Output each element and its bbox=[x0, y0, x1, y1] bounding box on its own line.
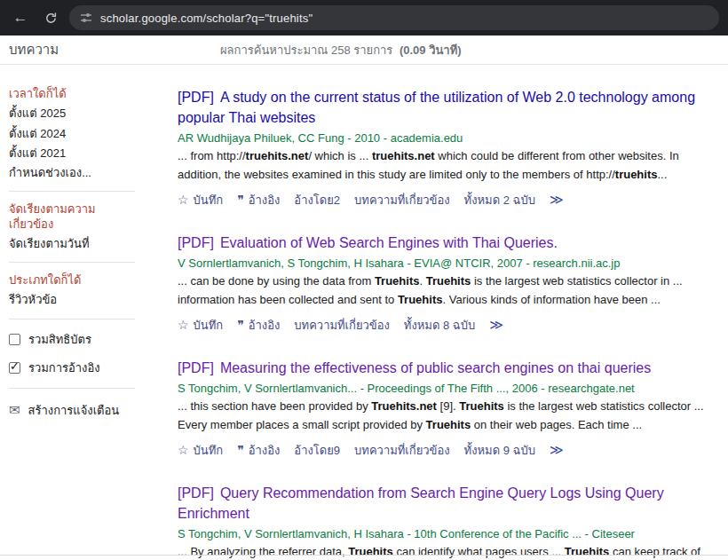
result-authors[interactable]: AR Wudhijaya Philuek, CC Fung - 2010 - a… bbox=[178, 131, 708, 145]
result-authors[interactable]: S Tongchim, V Sornlertlamvanich... - Pro… bbox=[178, 382, 708, 395]
save-label: บันทึก bbox=[194, 316, 224, 335]
page-bottom-divider bbox=[0, 555, 728, 556]
results-time-text: (0.09 วินาที) bbox=[400, 43, 462, 57]
url-text: scholar.google.com/scholar?q="truehits" bbox=[100, 12, 313, 25]
address-bar[interactable]: scholar.google.com/scholar?q="truehits" bbox=[69, 5, 719, 30]
all-versions-label: ทั้งหมด 9 ฉบับ bbox=[464, 441, 535, 460]
result-title-link[interactable]: Query Recommendation from Search Engine … bbox=[178, 485, 664, 521]
related-articles-label: บทความที่เกี่ยวข้อง bbox=[294, 316, 390, 335]
result-actions: ☆บันทึก❞อ้างอิงอ้างโดย2บทความที่เกี่ยวข้… bbox=[178, 191, 708, 209]
browser-toolbar: ← scholar.google.com/scholar?q="truehits… bbox=[0, 0, 728, 35]
result-title-link[interactable]: A study on the current status of the uti… bbox=[178, 90, 695, 125]
cite-label: อ้างอิง bbox=[249, 191, 281, 209]
filter-any-type[interactable]: ประเภทใดก็ได้ bbox=[9, 273, 133, 288]
search-result: [PDF]Evaluation of Web Search Engines wi… bbox=[178, 233, 708, 335]
result-title-link[interactable]: Evaluation of Web Search Engines with Th… bbox=[220, 235, 558, 250]
all-versions-label: ทั้งหมด 2 ฉบับ bbox=[464, 191, 535, 209]
include-citations-label: รวมการอ้างอิง bbox=[28, 359, 100, 377]
include-citations-row[interactable]: รวมการอ้างอิง bbox=[9, 359, 170, 377]
all-versions-label: ทั้งหมด 8 ฉบับ bbox=[404, 316, 475, 335]
save-link[interactable]: ☆บันทึก bbox=[178, 191, 223, 209]
quote-icon: ❞ bbox=[237, 443, 244, 457]
all-versions-link[interactable]: ทั้งหมด 2 ฉบับ bbox=[464, 191, 535, 209]
cite-link[interactable]: ❞อ้างอิง bbox=[237, 316, 280, 335]
result-snippet: ... this section have been provided by T… bbox=[178, 398, 708, 435]
more-versions-icon[interactable]: ≫ bbox=[489, 317, 503, 333]
results-list: [PDF]A study on the current status of th… bbox=[170, 65, 719, 560]
sidebar-divider bbox=[9, 191, 135, 192]
sidebar-divider bbox=[9, 262, 135, 263]
quote-icon: ❞ bbox=[237, 318, 244, 332]
result-title-line: [PDF]Evaluation of Web Search Engines wi… bbox=[178, 233, 708, 253]
sort-by-date[interactable]: จัดเรียงตามวันที่ bbox=[9, 237, 133, 251]
result-title-line: [PDF]A study on the current status of th… bbox=[178, 87, 708, 128]
cited-by-link[interactable]: อ้างโดย9 bbox=[294, 441, 340, 460]
create-alert-button[interactable]: ✉ สร้างการแจ้งเตือน bbox=[9, 401, 170, 420]
result-title-line: [PDF]Query Recommendation from Search En… bbox=[178, 483, 708, 524]
related-articles-link[interactable]: บทความที่เกี่ยวข้อง bbox=[294, 316, 390, 335]
create-alert-label: สร้างการแจ้งเตือน bbox=[28, 401, 120, 420]
sidebar-divider bbox=[9, 388, 135, 389]
include-patents-row[interactable]: รวมสิทธิบัตร bbox=[9, 330, 170, 349]
filter-since-2021[interactable]: ตั้งแต่ 2021 bbox=[9, 146, 133, 161]
results-count-text: ผลการค้นหาประมาณ 258 รายการ bbox=[220, 43, 392, 57]
filters-sidebar: เวลาใดก็ได้ ตั้งแต่ 2025 ตั้งแต่ 2024 ตั… bbox=[0, 65, 170, 420]
all-versions-link[interactable]: ทั้งหมด 9 ฉบับ bbox=[464, 441, 535, 460]
filter-anytime[interactable]: เวลาใดก็ได้ bbox=[9, 87, 133, 101]
site-settings-icon[interactable] bbox=[80, 12, 92, 24]
save-link[interactable]: ☆บันทึก bbox=[178, 441, 223, 460]
more-versions-icon[interactable]: ≫ bbox=[550, 192, 564, 208]
cite-label: อ้างอิง bbox=[249, 441, 281, 460]
refresh-icon[interactable] bbox=[39, 6, 62, 29]
result-actions: ☆บันทึก❞อ้างอิงอ้างโดย9บทความที่เกี่ยวข้… bbox=[178, 441, 708, 460]
pdf-tag[interactable]: [PDF] bbox=[178, 90, 214, 105]
pdf-tag[interactable]: [PDF] bbox=[178, 235, 214, 250]
star-icon: ☆ bbox=[178, 443, 189, 457]
search-result: [PDF]Measuring the effectiveness of publ… bbox=[178, 358, 708, 460]
save-label: บันทึก bbox=[194, 441, 224, 460]
quote-icon: ❞ bbox=[237, 193, 244, 207]
back-icon[interactable]: ← bbox=[9, 6, 32, 29]
more-versions-icon[interactable]: ≫ bbox=[550, 442, 564, 458]
filter-custom-range[interactable]: กำหนดช่วงเอง... bbox=[9, 166, 133, 180]
cite-label: อ้างอิง bbox=[249, 316, 281, 335]
result-snippet: ... from http://truehits.net/ which is .… bbox=[178, 147, 708, 185]
cite-link[interactable]: ❞อ้างอิง bbox=[237, 191, 280, 209]
save-label: บันทึก bbox=[194, 191, 224, 209]
result-title-link[interactable]: Measuring the effectiveness of public se… bbox=[220, 360, 651, 375]
result-authors[interactable]: S Tongchim, V Sornlertlamvanich, H Isaha… bbox=[178, 527, 708, 540]
filter-since-2025[interactable]: ตั้งแต่ 2025 bbox=[9, 106, 133, 121]
all-versions-link[interactable]: ทั้งหมด 8 ฉบับ bbox=[404, 316, 475, 335]
envelope-icon: ✉ bbox=[9, 402, 20, 418]
refresh-icon-glyph bbox=[44, 12, 58, 25]
result-title-line: [PDF]Measuring the effectiveness of publ… bbox=[178, 358, 708, 378]
result-authors[interactable]: V Sornlertlamvanich, S Tongchim, H Isaha… bbox=[178, 256, 708, 270]
star-icon: ☆ bbox=[178, 193, 189, 207]
include-patents-checkbox[interactable] bbox=[9, 334, 20, 345]
related-articles-label: บทความที่เกี่ยวข้อง bbox=[354, 191, 450, 209]
related-articles-link[interactable]: บทความที่เกี่ยวข้อง bbox=[354, 441, 450, 460]
cite-link[interactable]: ❞อ้างอิง bbox=[237, 441, 280, 460]
related-articles-label: บทความที่เกี่ยวข้อง bbox=[354, 441, 450, 460]
filter-review-articles[interactable]: รีวิวหัวข้อ bbox=[9, 293, 133, 307]
include-patents-label: รวมสิทธิบัตร bbox=[28, 330, 91, 349]
result-actions: ☆บันทึก❞อ้างอิงบทความที่เกี่ยวข้องทั้งหม… bbox=[178, 316, 708, 335]
cited-by-link[interactable]: อ้างโดย2 bbox=[294, 191, 340, 209]
cited-by-label: อ้างโดย2 bbox=[294, 191, 340, 209]
search-result: [PDF]Query Recommendation from Search En… bbox=[178, 483, 708, 560]
related-articles-link[interactable]: บทความที่เกี่ยวข้อง bbox=[354, 191, 450, 209]
search-result: [PDF]A study on the current status of th… bbox=[178, 87, 708, 209]
include-citations-checkbox[interactable] bbox=[9, 362, 20, 374]
result-snippet: ... can be done by using the data from T… bbox=[178, 272, 708, 310]
sidebar-divider bbox=[9, 319, 135, 319]
results-info: ผลการค้นหาประมาณ 258 รายการ (0.09 วินาที… bbox=[220, 41, 462, 59]
pdf-tag[interactable]: [PDF] bbox=[178, 360, 214, 375]
filter-since-2024[interactable]: ตั้งแต่ 2024 bbox=[9, 127, 133, 141]
nav-articles[interactable]: บทความ bbox=[0, 39, 170, 60]
save-link[interactable]: ☆บันทึก bbox=[178, 316, 223, 335]
sort-by-relevance[interactable]: จัดเรียงตามความเกี่ยวข้อง bbox=[9, 202, 133, 232]
star-icon: ☆ bbox=[178, 318, 189, 332]
result-snippet: ... By analyzing the referrer data, True… bbox=[178, 543, 708, 560]
pdf-tag[interactable]: [PDF] bbox=[178, 485, 214, 501]
scholar-header: บทความ ผลการค้นหาประมาณ 258 รายการ (0.09… bbox=[0, 35, 728, 65]
